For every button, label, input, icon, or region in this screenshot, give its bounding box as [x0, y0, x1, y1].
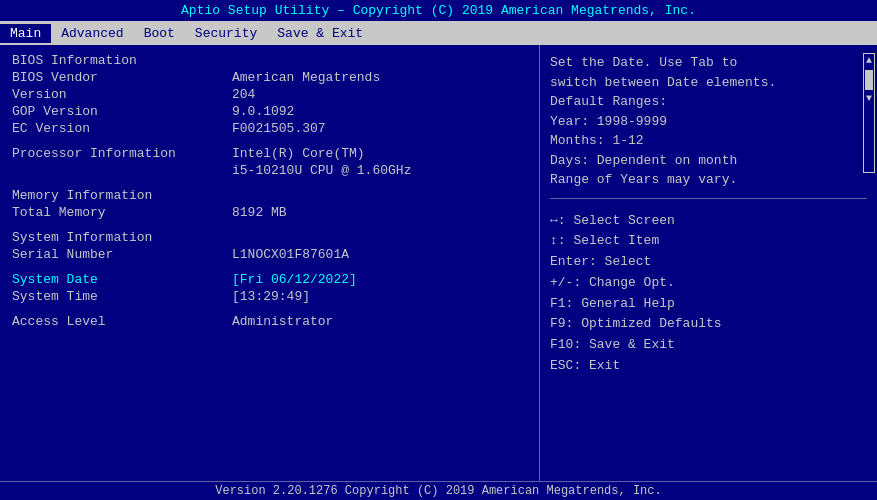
gop-version-value: 9.0.1092 [232, 104, 294, 120]
system-date-value[interactable]: [Fri 06/12/2022] [232, 272, 357, 288]
key-enter: Enter: Select [550, 252, 867, 273]
total-memory-value: 8192 MB [232, 205, 287, 221]
system-time-row[interactable]: System Time [13:29:49] [12, 289, 527, 305]
system-info-section: System Information [12, 230, 527, 246]
help-line-3: Default Ranges: [550, 92, 867, 112]
version-value: 204 [232, 87, 255, 103]
scroll-up-arrow[interactable]: ▲ [864, 54, 874, 68]
key-select-item: ↕: Select Item [550, 231, 867, 252]
help-line-6: Days: Dependent on month [550, 151, 867, 171]
ec-version-label: EC Version [12, 121, 232, 137]
bottom-text: Version 2.20.1276 Copyright (C) 2019 Ame… [215, 484, 661, 498]
right-panel: ▲ ▼ Set the Date. Use Tab to switch betw… [540, 45, 877, 481]
access-level-value: Administrator [232, 314, 333, 330]
help-line-7: Range of Years may vary. [550, 170, 867, 190]
processor-row2: i5-10210U CPU @ 1.60GHz [12, 163, 527, 179]
menu-item-advanced[interactable]: Advanced [51, 24, 133, 43]
gop-version-row: GOP Version 9.0.1092 [12, 104, 527, 120]
system-info-label: System Information [12, 230, 232, 246]
bottom-bar: Version 2.20.1276 Copyright (C) 2019 Ame… [0, 481, 877, 500]
version-label: Version [12, 87, 232, 103]
title-bar: Aptio Setup Utility – Copyright (C) 2019… [0, 0, 877, 22]
scrollbar[interactable]: ▲ ▼ [863, 53, 875, 173]
divider [550, 198, 867, 199]
access-level-label: Access Level [12, 314, 232, 330]
bios-vendor-row: BIOS Vendor American Megatrends [12, 70, 527, 86]
version-row: Version 204 [12, 87, 527, 103]
total-memory-row: Total Memory 8192 MB [12, 205, 527, 221]
serial-number-value: L1NOCX01F87601A [232, 247, 349, 263]
help-text-block: Set the Date. Use Tab to switch between … [550, 53, 867, 190]
memory-info-section: Memory Information [12, 188, 527, 204]
total-memory-label: Total Memory [12, 205, 232, 221]
access-level-row: Access Level Administrator [12, 314, 527, 330]
keys-section: ↔: Select Screen ↕: Select Item Enter: S… [550, 211, 867, 377]
menu-item-boot[interactable]: Boot [134, 24, 185, 43]
memory-info-label: Memory Information [12, 188, 232, 204]
content-area: BIOS Information BIOS Vendor American Me… [0, 45, 877, 481]
system-time-value[interactable]: [13:29:49] [232, 289, 310, 305]
help-line-2: switch between Date elements. [550, 73, 867, 93]
key-select-screen: ↔: Select Screen [550, 211, 867, 232]
ec-version-value: F0021505.307 [232, 121, 326, 137]
menu-item-save-exit[interactable]: Save & Exit [267, 24, 373, 43]
scrollbar-thumb [865, 70, 873, 90]
system-time-label: System Time [12, 289, 232, 305]
key-f1: F1: General Help [550, 294, 867, 315]
bios-screen: Aptio Setup Utility – Copyright (C) 2019… [0, 0, 877, 500]
serial-number-label: Serial Number [12, 247, 232, 263]
processor-value1: Intel(R) Core(TM) [232, 146, 365, 162]
key-f10: F10: Save & Exit [550, 335, 867, 356]
processor-info-label: Processor Information [12, 146, 232, 162]
menu-item-main[interactable]: Main [0, 24, 51, 43]
key-esc: ESC: Exit [550, 356, 867, 377]
bios-vendor-label: BIOS Vendor [12, 70, 232, 86]
key-change-opt: +/-: Change Opt. [550, 273, 867, 294]
scroll-down-arrow[interactable]: ▼ [864, 92, 874, 106]
help-line-4: Year: 1998-9999 [550, 112, 867, 132]
menu-bar: Main Advanced Boot Security Save & Exit [0, 22, 877, 45]
bios-info-label: BIOS Information [12, 53, 232, 69]
ec-version-row: EC Version F0021505.307 [12, 121, 527, 137]
title-text: Aptio Setup Utility – Copyright (C) 2019… [181, 3, 696, 18]
serial-number-row: Serial Number L1NOCX01F87601A [12, 247, 527, 263]
system-date-label: System Date [12, 272, 232, 288]
help-line-5: Months: 1-12 [550, 131, 867, 151]
bios-vendor-value: American Megatrends [232, 70, 380, 86]
processor-value2: i5-10210U CPU @ 1.60GHz [232, 163, 411, 179]
processor-label-spacer [12, 163, 232, 179]
bios-info-section: BIOS Information [12, 53, 527, 69]
key-f9: F9: Optimized Defaults [550, 314, 867, 335]
help-line-1: Set the Date. Use Tab to [550, 53, 867, 73]
processor-info-section: Processor Information Intel(R) Core(TM) [12, 146, 527, 162]
left-panel: BIOS Information BIOS Vendor American Me… [0, 45, 540, 481]
gop-version-label: GOP Version [12, 104, 232, 120]
system-date-row[interactable]: System Date [Fri 06/12/2022] [12, 272, 527, 288]
menu-item-security[interactable]: Security [185, 24, 267, 43]
